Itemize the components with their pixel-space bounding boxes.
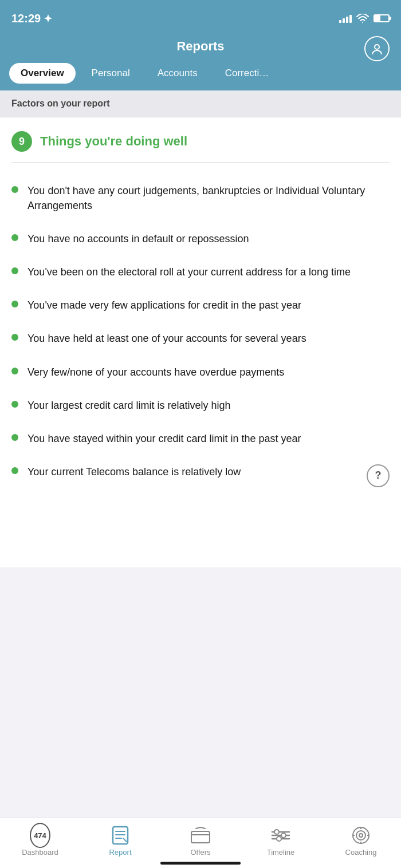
signal-icon <box>339 14 352 23</box>
svg-point-1 <box>375 45 379 49</box>
factor-text: You have no accounts in default or repos… <box>27 231 390 246</box>
factors-heading: Factors on your report <box>11 98 110 108</box>
factor-list: You don't have any court judgements, ban… <box>11 174 390 496</box>
home-indicator <box>160 862 241 865</box>
tab-accounts[interactable]: Accounts <box>146 63 209 84</box>
tab-overview[interactable]: Overview <box>9 63 76 84</box>
factor-item: Your largest credit card limit is relati… <box>11 389 390 422</box>
svg-line-6 <box>123 838 127 842</box>
status-time: 12:29 <box>11 12 52 25</box>
svg-point-14 <box>277 837 281 841</box>
factor-item: You don't have any court judgements, ban… <box>11 174 390 222</box>
svg-point-17 <box>359 834 363 837</box>
factors-section-header: Factors on your report <box>0 90 401 117</box>
bullet-dot <box>11 301 18 307</box>
report-icon <box>110 825 131 846</box>
divider <box>11 162 390 163</box>
bottom-navigation: 474 Dashboard Report Offers <box>0 818 401 868</box>
factor-item: You have no accounts in default or repos… <box>11 222 390 255</box>
factor-item: You've made very few applications for cr… <box>11 289 390 322</box>
bullet-dot <box>11 334 18 341</box>
nav-dashboard[interactable]: 474 Dashboard <box>17 825 63 857</box>
svg-point-12 <box>274 830 279 834</box>
nav-label-coaching: Coaching <box>345 848 377 857</box>
svg-point-15 <box>353 827 369 843</box>
bullet-dot <box>11 401 18 408</box>
nav-label-offers: Offers <box>190 848 210 857</box>
bullet-dot <box>11 368 18 374</box>
help-button[interactable]: ? <box>367 464 390 487</box>
nav-label-report: Report <box>109 848 131 857</box>
timeline-icon <box>270 825 291 846</box>
factor-item: You've been on the electoral roll at you… <box>11 255 390 289</box>
good-things-header: 9 Things you're doing well <box>11 131 390 152</box>
factor-item: You have held at least one of your accou… <box>11 322 390 355</box>
nav-label-dashboard: Dashboard <box>22 848 58 857</box>
factor-text: You've made very few applications for cr… <box>27 298 390 313</box>
svg-point-13 <box>281 833 286 838</box>
profile-icon <box>371 42 383 55</box>
factor-text: Your largest credit card limit is relati… <box>27 398 390 413</box>
page-title: Reports <box>176 39 224 54</box>
nav-offers[interactable]: Offers <box>178 825 223 857</box>
factor-text: You don't have any court judgements, ban… <box>27 183 390 213</box>
tab-navigation: Overview Personal Accounts Correcti… <box>0 63 401 90</box>
factor-text: Very few/none of your accounts have over… <box>27 365 390 380</box>
main-content: 9 Things you're doing well You don't hav… <box>0 117 401 567</box>
factor-item-last: Your current Telecoms balance is relativ… <box>11 455 390 496</box>
battery-icon <box>374 14 390 22</box>
tab-corrections[interactable]: Correcti… <box>214 63 281 84</box>
dashboard-score: 474 <box>30 823 50 848</box>
nav-timeline[interactable]: Timeline <box>258 825 304 857</box>
status-bar: 12:29 <box>0 0 401 34</box>
coaching-icon <box>351 825 371 846</box>
bullet-dot <box>11 434 18 441</box>
good-things-title: Things you're doing well <box>40 134 187 149</box>
nav-coaching[interactable]: Coaching <box>338 825 384 857</box>
nav-report[interactable]: Report <box>97 825 143 857</box>
wifi-icon <box>356 14 369 23</box>
status-icons <box>339 14 390 23</box>
tab-personal[interactable]: Personal <box>80 63 141 84</box>
offers-icon <box>190 825 211 846</box>
dashboard-icon: 474 <box>30 825 50 846</box>
svg-point-0 <box>362 22 363 23</box>
svg-point-16 <box>356 831 365 840</box>
factor-text: Your current Telecoms balance is relativ… <box>27 464 357 479</box>
svg-rect-7 <box>191 831 210 843</box>
profile-button[interactable] <box>364 36 390 61</box>
factor-item: Very few/none of your accounts have over… <box>11 356 390 389</box>
factor-text: You have held at least one of your accou… <box>27 331 390 346</box>
bullet-dot <box>11 234 18 241</box>
header: Reports <box>0 34 401 63</box>
nav-label-timeline: Timeline <box>267 848 295 857</box>
bullet-dot <box>11 186 18 193</box>
factor-text: You have stayed within your credit card … <box>27 431 390 446</box>
bullet-dot <box>11 467 18 474</box>
bullet-dot <box>11 267 18 274</box>
factor-text: You've been on the electoral roll at you… <box>27 265 390 279</box>
factor-item: You have stayed within your credit card … <box>11 422 390 455</box>
good-count-badge: 9 <box>11 131 32 152</box>
location-icon <box>44 14 52 22</box>
